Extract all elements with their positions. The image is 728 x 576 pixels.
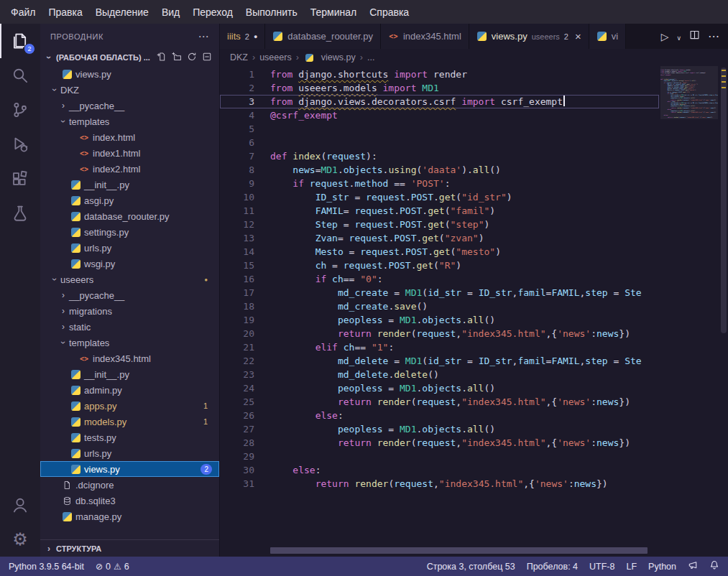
line-number[interactable]: 2: [220, 81, 254, 95]
horizontal-scrollbar[interactable]: [270, 547, 648, 554]
tree-item-dcignore[interactable]: .dcignore: [40, 477, 219, 493]
activity-search-icon[interactable]: [0, 58, 40, 93]
code-line-25[interactable]: 25 return render(request,"index345.html"…: [220, 395, 659, 409]
tree-item-dkz[interactable]: ›DKZ: [40, 82, 219, 98]
tree-item-views-py[interactable]: views.py: [40, 66, 219, 82]
code-line-13[interactable]: 13 Zvan= request.POST.get("zvan"): [220, 231, 659, 245]
tab-iiits[interactable]: iiits2●: [220, 24, 265, 49]
collapse-icon[interactable]: [202, 52, 212, 63]
code-line-1[interactable]: 1from django.shortcuts import render: [220, 68, 659, 81]
tree-item-apps-py[interactable]: apps.py1: [40, 398, 219, 414]
breadcrumb-dkz[interactable]: DKZ: [230, 52, 248, 62]
code-line-10[interactable]: 10 ID_str = request.POST.get("id_str"): [220, 190, 659, 204]
code-line-27[interactable]: 27 peopless = MD1.objects.all(): [220, 422, 659, 436]
workspace-section-header[interactable]: › (РАБОЧАЯ ОБЛАСТЬ) ...: [40, 49, 219, 66]
line-number[interactable]: 21: [220, 340, 254, 354]
breadcrumb-item[interactable]: ...: [367, 52, 374, 62]
status-notifications[interactable]: [704, 557, 725, 576]
minimap[interactable]: from django.shortcuts import renderfrom …: [660, 66, 718, 557]
code-line-2[interactable]: 2from useeers.models import MD1: [220, 81, 659, 95]
vertical-scrollbar-thumb[interactable]: [721, 68, 727, 333]
line-number[interactable]: 13: [220, 231, 254, 245]
status-indentation[interactable]: Пробелов: 4: [521, 557, 584, 576]
code-line-29[interactable]: 29: [220, 450, 659, 463]
line-number[interactable]: 18: [220, 299, 254, 313]
activity-settings-icon[interactable]: ⚙: [0, 522, 40, 557]
status-language-mode[interactable]: Python: [642, 557, 682, 576]
tab-views-py[interactable]: views.pyuseeers2×: [469, 24, 589, 49]
line-number[interactable]: 7: [220, 149, 254, 163]
line-number[interactable]: 20: [220, 327, 254, 340]
tree-item-index345-html[interactable]: <>index345.html: [40, 350, 219, 366]
refresh-icon[interactable]: [187, 52, 197, 63]
activity-explorer-icon[interactable]: 2: [0, 24, 40, 58]
menu-выделение[interactable]: Выделение: [89, 0, 155, 24]
line-number[interactable]: 15: [220, 259, 254, 272]
breadcrumb-views-py[interactable]: views.py: [303, 52, 356, 62]
tree-item-urls-py[interactable]: urls.py: [40, 445, 219, 461]
status-encoding[interactable]: UTF-8: [584, 557, 620, 576]
status-problems[interactable]: ⊘0⚠6: [90, 557, 135, 576]
vertical-scrollbar[interactable]: [719, 66, 728, 557]
code-line-19[interactable]: 19 peopless = MD1.objects.all(): [220, 313, 659, 327]
outline-section-header[interactable]: › СТРУКТУРА: [40, 539, 219, 557]
tree-item-index2-html[interactable]: <>index2.html: [40, 161, 219, 177]
code-editor[interactable]: 1from django.shortcuts import render2fro…: [220, 66, 728, 557]
menu-выполнить[interactable]: Выполнить: [239, 0, 304, 24]
line-number[interactable]: 6: [220, 136, 254, 149]
code-line-22[interactable]: 22 md_delete = MD1(id_str = ID_str,famil…: [220, 354, 659, 368]
new-file-icon[interactable]: [157, 52, 167, 63]
activity-run-debug-icon[interactable]: [0, 127, 40, 162]
line-number[interactable]: 9: [220, 177, 254, 190]
code-line-17[interactable]: 17 md_create = MD1(id_str = ID_str,famil…: [220, 286, 659, 299]
code-line-28[interactable]: 28 return render(request,"index345.html"…: [220, 436, 659, 450]
line-number[interactable]: 1: [220, 68, 254, 81]
status-eol[interactable]: LF: [620, 557, 642, 576]
line-number[interactable]: 11: [220, 204, 254, 218]
line-number[interactable]: 17: [220, 286, 254, 299]
line-number[interactable]: 12: [220, 218, 254, 231]
tree-item-index1-html[interactable]: <>index1.html: [40, 145, 219, 161]
close-icon[interactable]: ×: [575, 30, 581, 42]
breadcrumb-useeers[interactable]: useeers: [259, 52, 291, 62]
tree-item-db-sqlite3[interactable]: db.sqlite3: [40, 493, 219, 508]
tree-item-useeers[interactable]: ›useeers●: [40, 271, 219, 287]
code-line-30[interactable]: 30 else:: [220, 463, 659, 477]
code-line-4[interactable]: 4@csrf_exempt: [220, 108, 659, 122]
menu-файл[interactable]: Файл: [4, 0, 42, 24]
more-actions-icon[interactable]: ⋯: [198, 30, 209, 43]
tree-item-pycache[interactable]: ›__pycache__: [40, 287, 219, 303]
code-line-24[interactable]: 24 peopless = MD1.objects.all(): [220, 381, 659, 395]
code-line-16[interactable]: 16 if ch== "0":: [220, 272, 659, 286]
tree-item-asgi-py[interactable]: asgi.py: [40, 192, 219, 208]
tree-item-index-html[interactable]: <>index.html: [40, 129, 219, 145]
run-icon[interactable]: ▷: [661, 30, 669, 43]
tree-item-database-roouter-py[interactable]: database_roouter.py: [40, 208, 219, 224]
code-line-23[interactable]: 23 md_delete.delete(): [220, 368, 659, 381]
code-line-12[interactable]: 12 Step = request.POST.get("step"): [220, 218, 659, 231]
tab-index345-html[interactable]: <>index345.html: [381, 24, 469, 49]
tree-item-tests-py[interactable]: tests.py: [40, 429, 219, 445]
line-number[interactable]: 30: [220, 463, 254, 477]
line-number[interactable]: 22: [220, 354, 254, 368]
code-line-21[interactable]: 21 elif ch== "1":: [220, 340, 659, 354]
tree-item-pycache[interactable]: ›__pycache__: [40, 98, 219, 113]
code-line-15[interactable]: 15 ch = request.POST.get("R"): [220, 259, 659, 272]
code-line-8[interactable]: 8 news=MD1.objects.using('daata').all(): [220, 163, 659, 177]
tree-item-manage-py[interactable]: manage.py: [40, 508, 219, 524]
code-line-6[interactable]: 6: [220, 136, 659, 149]
activity-extensions-icon[interactable]: [0, 162, 40, 196]
line-number[interactable]: 27: [220, 422, 254, 436]
tree-item-urls-py[interactable]: urls.py: [40, 240, 219, 256]
tree-item-templates[interactable]: ›templates: [40, 335, 219, 350]
line-number[interactable]: 14: [220, 245, 254, 259]
code-line-14[interactable]: 14 Mesto = request.POST.get("mesto"): [220, 245, 659, 259]
line-number[interactable]: 3: [220, 95, 254, 108]
code-line-9[interactable]: 9 if request.method == 'POST':: [220, 177, 659, 190]
status-feedback[interactable]: [682, 557, 704, 576]
more-icon[interactable]: ⋯: [708, 29, 719, 43]
line-number[interactable]: 19: [220, 313, 254, 327]
line-number[interactable]: 10: [220, 190, 254, 204]
tree-item-templates[interactable]: ›templates: [40, 113, 219, 129]
code-line-31[interactable]: 31 return render(request,"index345.html"…: [220, 477, 659, 491]
